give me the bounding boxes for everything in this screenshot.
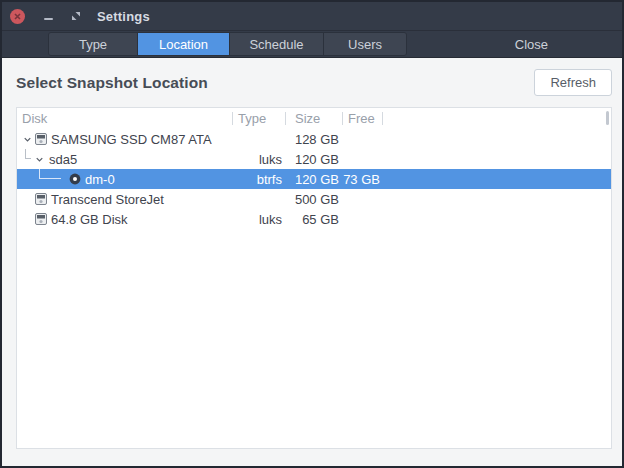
column-header-type[interactable]: Type — [232, 108, 285, 129]
window-close-button[interactable] — [10, 9, 25, 24]
minimize-icon — [44, 18, 53, 20]
disk-icon — [35, 213, 47, 225]
free-cell: 73 GB — [342, 172, 382, 187]
size-cell: 120 GB — [285, 152, 342, 167]
disk-name: SAMSUNG SSD CM87 ATA — [51, 132, 212, 147]
chevron-down-icon[interactable] — [33, 153, 45, 165]
disk-name: sda5 — [49, 152, 77, 167]
disk-cell: 64.8 GB Disk — [17, 209, 232, 229]
titlebar: Settings — [2, 2, 622, 31]
disk-cell: sda5 — [17, 149, 232, 169]
tree-line — [39, 169, 61, 179]
content-header: Select Snapshot Location Refresh — [16, 69, 612, 96]
tab-group: Type Location Schedule Users — [48, 32, 407, 56]
type-cell: luks — [232, 152, 285, 167]
type-cell: btrfs — [232, 172, 285, 187]
row-64gb-disk[interactable]: 64.8 GB Disk luks 65 GB — [17, 209, 611, 229]
tab-location[interactable]: Location — [137, 33, 229, 55]
content-area: Select Snapshot Location Refresh Disk Ty… — [2, 58, 622, 466]
close-icon — [13, 12, 22, 21]
tree-line — [25, 149, 31, 159]
tab-bar: Type Location Schedule Users Close — [2, 31, 622, 58]
row-transcend[interactable]: Transcend StoreJet 500 GB — [17, 189, 611, 209]
disk-name: Transcend StoreJet — [51, 192, 164, 207]
window-title: Settings — [97, 9, 150, 24]
column-header-disk[interactable]: Disk — [17, 108, 232, 129]
column-header-size[interactable]: Size — [285, 108, 342, 129]
column-header-free[interactable]: Free — [342, 108, 382, 129]
window-restore-button[interactable] — [71, 11, 81, 21]
volume-icon — [69, 173, 81, 185]
disk-table: Disk Type Size Free — [16, 107, 612, 449]
size-cell: 500 GB — [285, 192, 342, 207]
settings-window: Settings Type Location Schedule Users Cl… — [0, 0, 624, 468]
disk-cell: Transcend StoreJet — [17, 189, 232, 209]
column-header-filler — [382, 108, 611, 129]
restore-icon — [71, 11, 81, 21]
disk-cell: SAMSUNG SSD CM87 ATA — [17, 129, 232, 149]
disk-name: 64.8 GB Disk — [51, 212, 128, 227]
page-title: Select Snapshot Location — [16, 74, 208, 92]
size-cell: 65 GB — [285, 212, 342, 227]
disk-icon — [35, 193, 47, 205]
table-header: Disk Type Size Free — [17, 108, 611, 129]
disk-cell: dm-0 — [17, 169, 232, 189]
close-button[interactable]: Close — [507, 33, 556, 56]
disk-name: dm-0 — [85, 172, 115, 187]
row-dm0-selected[interactable]: dm-0 btrfs 120 GB 73 GB — [17, 169, 611, 189]
tab-users[interactable]: Users — [323, 33, 406, 55]
tab-schedule[interactable]: Schedule — [229, 33, 323, 55]
refresh-button[interactable]: Refresh — [534, 69, 612, 96]
size-cell: 120 GB — [285, 172, 342, 187]
window-minimize-button[interactable] — [43, 9, 53, 24]
disk-icon — [35, 133, 47, 145]
row-samsung-ssd[interactable]: SAMSUNG SSD CM87 ATA 128 GB — [17, 129, 611, 149]
tab-type[interactable]: Type — [49, 33, 137, 55]
size-cell: 128 GB — [285, 132, 342, 147]
chevron-down-icon[interactable] — [21, 133, 33, 145]
row-sda5[interactable]: sda5 luks 120 GB — [17, 149, 611, 169]
scrollbar-thumb[interactable] — [606, 111, 609, 125]
type-cell: luks — [232, 212, 285, 227]
